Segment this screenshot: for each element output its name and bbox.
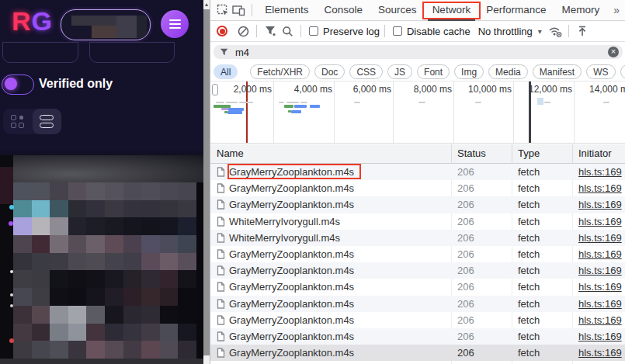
- filter-toggle-icon[interactable]: [263, 24, 277, 38]
- chip-font[interactable]: Font: [417, 64, 450, 79]
- request-row[interactable]: WhiteMerryIvorygull.m4s206fetchhls.ts:16…: [210, 213, 625, 230]
- chip-ws[interactable]: WS: [586, 64, 615, 79]
- document-icon: [217, 282, 225, 294]
- request-row[interactable]: GrayMerryZooplankton.m4s206fetchhls.ts:1…: [210, 262, 625, 279]
- menu-button[interactable]: [161, 10, 189, 38]
- network-overview-timeline[interactable]: 2,000 ms4,000 ms6,000 ms8,000 ms10,000 m…: [210, 81, 625, 144]
- tab-network[interactable]: Network: [425, 0, 479, 21]
- column-header-type[interactable]: Type: [518, 147, 540, 159]
- clear-filter-icon[interactable]: ×: [608, 47, 619, 57]
- filter-pill[interactable]: ×: [214, 45, 623, 59]
- mosaic-cell: [32, 288, 50, 306]
- request-row[interactable]: GrayMerryZooplankton.m4s206fetchhls.ts:1…: [210, 196, 625, 213]
- initiator-link[interactable]: hls.ts:169: [578, 232, 622, 244]
- request-row[interactable]: GrayMerryZooplankton.m4s206fetchhls.ts:1…: [210, 312, 625, 328]
- request-row[interactable]: GrayMerryZooplankton.m4s206fetchhls.ts:1…: [210, 328, 625, 345]
- document-icon: [217, 167, 225, 179]
- request-row[interactable]: GrayMerryZooplankton.m4s206fetchhls.ts:1…: [210, 180, 625, 196]
- clear-button[interactable]: [236, 24, 250, 38]
- chip-manifest[interactable]: Manifest: [533, 64, 582, 79]
- request-row[interactable]: WhiteMerryIvorygull.m4s206fetchhls.ts:16…: [210, 230, 625, 246]
- timeline-gridline: [393, 81, 394, 143]
- request-name[interactable]: GrayMerryZooplankton.m4s: [229, 347, 354, 359]
- request-name[interactable]: GrayMerryZooplankton.m4s: [229, 314, 354, 326]
- chevron-down-icon: ▾: [538, 27, 542, 36]
- mosaic-cell: [141, 270, 160, 288]
- tab-memory[interactable]: Memory: [554, 0, 607, 21]
- document-icon: [217, 315, 225, 328]
- chip-img[interactable]: Img: [454, 64, 484, 79]
- column-header-initiator[interactable]: Initiator: [578, 147, 612, 159]
- request-name[interactable]: GrayMerryZooplankton.m4s: [229, 182, 354, 194]
- initiator-link[interactable]: hls.ts:169: [578, 265, 622, 276]
- scrollbar-thumb[interactable]: [203, 9, 210, 355]
- chip-all[interactable]: All: [214, 64, 238, 79]
- request-name[interactable]: GrayMerryZooplankton.m4s: [229, 248, 354, 260]
- inspect-element-icon[interactable]: [217, 2, 229, 18]
- chip-media[interactable]: Media: [488, 64, 528, 79]
- site-logo[interactable]: RG: [12, 6, 53, 36]
- tab-performance[interactable]: Performance: [478, 0, 554, 21]
- filter-button-1[interactable]: [2, 42, 78, 63]
- scroll-up-arrow-icon[interactable]: ▲: [203, 0, 210, 9]
- request-name[interactable]: WhiteMerryIvorygull.m4s: [229, 216, 340, 227]
- divider: [300, 25, 301, 37]
- tab-console[interactable]: Console: [317, 0, 371, 21]
- device-toolbar-icon[interactable]: [232, 2, 245, 18]
- column-header-status[interactable]: Status: [457, 147, 486, 159]
- request-name[interactable]: GrayMerryZooplankton.m4s: [229, 298, 354, 310]
- initiator-link[interactable]: hls.ts:169: [578, 298, 622, 310]
- throttling-dropdown[interactable]: No throttling ▾: [478, 26, 542, 37]
- column-header-name[interactable]: Name: [217, 147, 244, 159]
- filter-text-input[interactable]: [234, 46, 554, 59]
- tab-elements[interactable]: Elements: [257, 0, 316, 21]
- chip-doc[interactable]: Doc: [314, 64, 345, 79]
- initiator-link[interactable]: hls.ts:169: [578, 281, 622, 293]
- chip-wasm[interactable]: Wasm: [620, 64, 625, 79]
- request-name[interactable]: GrayMerryZooplankton.m4s: [229, 199, 354, 210]
- request-type: fetch: [518, 248, 540, 260]
- request-name[interactable]: GrayMerryZooplankton.m4s: [229, 331, 354, 342]
- search-input[interactable]: ‹: [61, 9, 151, 40]
- initiator-link[interactable]: hls.ts:169: [578, 182, 622, 194]
- request-row[interactable]: GrayMerryZooplankton.m4s206fetchhls.ts:1…: [210, 279, 625, 295]
- search-icon[interactable]: [280, 24, 294, 38]
- initiator-link[interactable]: hls.ts:169: [578, 314, 622, 326]
- chip-fetch-xhr[interactable]: Fetch/XHR: [250, 64, 310, 79]
- mosaic-cell: [32, 270, 50, 288]
- request-name[interactable]: GrayMerryZooplankton.m4s: [229, 281, 354, 293]
- preserve-log-checkbox[interactable]: [309, 26, 318, 36]
- list-view-button[interactable]: [33, 109, 62, 134]
- import-har-icon[interactable]: [575, 24, 589, 38]
- request-row[interactable]: GrayMerryZooplankton.m4s206fetchhls.ts:1…: [210, 164, 625, 180]
- preserve-log-label[interactable]: Preserve log: [323, 26, 380, 37]
- header-separator[interactable]: [512, 144, 512, 164]
- mosaic-cell: [50, 235, 68, 253]
- request-row[interactable]: GrayMerryZooplankton.m4s206fetchhls.ts:1…: [210, 345, 625, 361]
- initiator-link[interactable]: hls.ts:169: [578, 216, 622, 227]
- grid-view-button[interactable]: [3, 109, 33, 134]
- tab-sources[interactable]: Sources: [370, 0, 425, 21]
- header-separator[interactable]: [572, 144, 573, 164]
- request-row[interactable]: GrayMerryZooplankton.m4s206fetchhls.ts:1…: [210, 296, 625, 312]
- disable-cache-label[interactable]: Disable cache: [407, 26, 470, 37]
- network-conditions-icon[interactable]: [548, 24, 562, 38]
- chip-js[interactable]: JS: [387, 64, 412, 79]
- initiator-link[interactable]: hls.ts:169: [578, 199, 622, 210]
- request-row[interactable]: GrayMerryZooplankton.m4s206fetchhls.ts:1…: [210, 246, 625, 262]
- filter-button-2[interactable]: [89, 42, 175, 63]
- initiator-link[interactable]: hls.ts:169: [578, 166, 622, 178]
- disable-cache-checkbox[interactable]: [393, 26, 402, 36]
- request-name[interactable]: WhiteMerryIvorygull.m4s: [229, 232, 340, 244]
- initiator-link[interactable]: hls.ts:169: [578, 248, 622, 260]
- pixelated-image[interactable]: [0, 151, 203, 364]
- verified-only-toggle[interactable]: [2, 75, 34, 95]
- header-separator[interactable]: [451, 144, 452, 164]
- chip-css[interactable]: CSS: [349, 64, 383, 79]
- initiator-link[interactable]: hls.ts:169: [578, 331, 622, 342]
- more-panels-icon[interactable]: »: [607, 4, 625, 16]
- request-name[interactable]: GrayMerryZooplankton.m4s: [229, 265, 354, 276]
- page-scrollbar[interactable]: ▲: [203, 0, 210, 364]
- initiator-link[interactable]: hls.ts:169: [578, 347, 622, 359]
- record-button[interactable]: [217, 26, 227, 36]
